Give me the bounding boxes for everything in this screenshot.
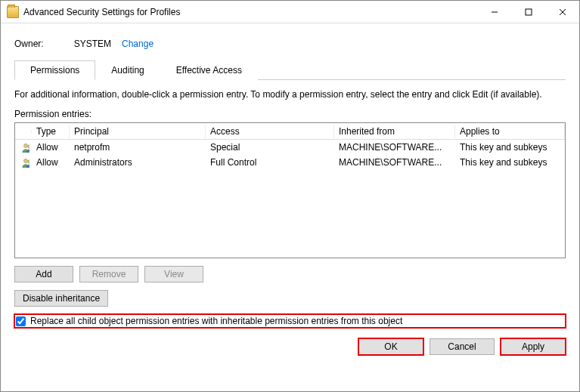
maximize-button[interactable] [511,1,545,23]
remove-button: Remove [79,266,138,282]
tab-permissions[interactable]: Permissions [14,60,95,80]
info-text: For additional information, double-click… [14,89,566,100]
col-applies[interactable]: Applies to [455,125,565,138]
table-row[interactable]: AllowAdministratorsFull ControlMACHINE\S… [15,155,565,170]
cell-access: Full Control [206,156,334,168]
replace-children-label[interactable]: Replace all child object permission entr… [30,316,402,326]
cell-access: Special [206,141,334,153]
col-inherited[interactable]: Inherited from [334,125,455,138]
replace-children-checkbox[interactable] [16,316,26,326]
close-icon [559,8,566,16]
cell-inherited: MACHINE\SOFTWARE... [334,141,455,153]
cell-applies: This key and subkeys [455,141,565,153]
view-button: View [144,266,203,282]
ok-button[interactable]: OK [358,338,423,355]
add-button[interactable]: Add [14,266,73,282]
tabs: Permissions Auditing Effective Access [14,60,566,80]
minimize-icon [491,8,498,16]
cell-type: Allow [32,141,70,153]
tab-effective-access[interactable]: Effective Access [160,60,258,80]
users-icon [17,142,29,153]
permission-table[interactable]: Type Principal Access Inherited from App… [14,122,566,258]
cell-type: Allow [32,156,70,168]
cancel-button[interactable]: Cancel [430,338,495,355]
table-header: Type Principal Access Inherited from App… [15,123,565,140]
owner-value: SYSTEM [74,39,111,49]
disable-inheritance-button[interactable]: Disable inheritance [14,290,108,307]
replace-children-row[interactable]: Replace all child object permission entr… [14,314,566,328]
cell-inherited: MACHINE\SOFTWARE... [334,156,455,168]
table-row[interactable]: AllownetprofmSpecialMACHINE\SOFTWARE...T… [15,140,565,155]
maximize-icon [525,8,532,16]
cell-applies: This key and subkeys [455,156,565,168]
close-button[interactable] [545,1,579,23]
svg-point-6 [24,159,28,163]
col-type[interactable]: Type [32,125,70,138]
col-principal[interactable]: Principal [70,125,206,138]
col-access[interactable]: Access [206,125,334,138]
window-title: Advanced Security Settings for Profiles [23,7,477,17]
titlebar: Advanced Security Settings for Profiles [1,1,579,23]
svg-point-5 [28,145,29,148]
change-owner-link[interactable]: Change [122,39,154,49]
cell-principal: netprofm [70,141,206,153]
users-icon [17,157,29,168]
owner-row: Owner: SYSTEM Change [14,39,566,49]
svg-point-7 [28,160,29,163]
owner-label: Owner: [14,39,44,49]
entries-label: Permission entries: [14,109,566,119]
svg-point-4 [24,144,28,148]
folder-icon [7,6,19,18]
minimize-button[interactable] [477,1,511,23]
apply-button[interactable]: Apply [501,338,566,355]
tab-auditing[interactable]: Auditing [95,60,160,80]
cell-principal: Administrators [70,156,206,168]
svg-rect-1 [526,9,532,15]
